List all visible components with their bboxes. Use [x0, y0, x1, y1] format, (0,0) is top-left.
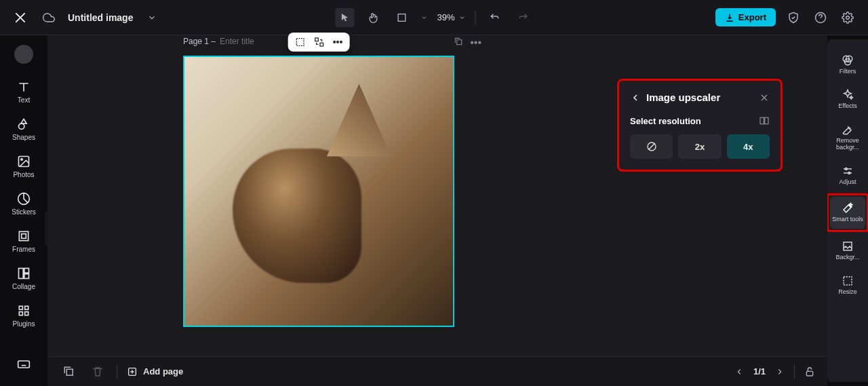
sidebar-item-smart-tools[interactable]: Smart tools [830, 197, 865, 229]
svg-rect-20 [760, 117, 764, 123]
text-icon [17, 80, 31, 94]
sidebar-item-filters[interactable]: Filters [830, 49, 865, 81]
resize-icon [842, 275, 854, 287]
svg-rect-21 [765, 117, 768, 123]
sidebar-item-background[interactable]: Backgr... [830, 235, 865, 267]
zoom-chevron-icon [459, 14, 466, 21]
panel-back-button[interactable] [630, 92, 641, 103]
page-canvas[interactable] [183, 56, 454, 327]
sidebar-item-label: Frames [12, 246, 35, 253]
frame-tool[interactable] [392, 8, 411, 27]
more-icon[interactable]: ••• [333, 37, 343, 47]
sidebar-item-label: Text [18, 96, 30, 104]
duplicate-page-icon[interactable] [454, 37, 463, 49]
undo-button[interactable] [486, 8, 505, 27]
redo-button[interactable] [514, 8, 533, 27]
document-title[interactable]: Untitled image [68, 12, 133, 23]
none-icon [646, 141, 657, 152]
stickers-icon [17, 192, 31, 206]
panel-close-button[interactable] [759, 92, 770, 103]
sidebar-item-resize[interactable]: Resize [830, 269, 865, 301]
sidebar-item-shapes[interactable]: Shapes [3, 113, 44, 145]
page-number-text: Page 1 – [183, 37, 216, 46]
resolution-2x[interactable]: 2x [678, 134, 721, 159]
add-page-button[interactable]: Add page [127, 366, 183, 377]
svg-rect-13 [19, 312, 22, 315]
svg-rect-0 [398, 14, 406, 21]
crop-icon[interactable] [295, 37, 306, 47]
sidebar-item-label: Photos [13, 171, 34, 178]
avatar[interactable] [14, 45, 33, 64]
divider [475, 11, 476, 24]
svg-rect-12 [25, 306, 28, 309]
svg-rect-25 [806, 371, 812, 376]
sidebar-item-keyboard[interactable] [3, 353, 44, 375]
right-sidebar: Filters Effects Remove backgr... Adjust … [827, 39, 868, 382]
plugins-icon [17, 304, 31, 317]
compare-icon[interactable] [759, 115, 770, 126]
app-logo[interactable] [11, 8, 30, 27]
settings-icon[interactable] [838, 8, 857, 27]
canvas-image[interactable] [184, 57, 453, 326]
divider [117, 365, 117, 379]
svg-rect-34 [844, 277, 852, 285]
svg-rect-16 [296, 39, 304, 46]
sidebar-item-label: Adjust [839, 179, 856, 186]
sidebar-item-text[interactable]: Text [3, 76, 44, 108]
svg-rect-10 [24, 274, 29, 279]
svg-rect-6 [19, 231, 28, 240]
trash-icon[interactable] [88, 362, 107, 381]
top-bar: Untitled image 39% Export [0, 0, 868, 35]
sidebar-item-stickers[interactable]: Stickers [3, 188, 44, 220]
sidebar-item-plugins[interactable]: Plugins [3, 300, 44, 332]
shapes-icon [17, 117, 31, 131]
zoom-value: 39% [437, 12, 454, 22]
erase-icon [842, 123, 854, 136]
sidebar-item-adjust[interactable]: Adjust [830, 159, 865, 191]
page-more-icon[interactable]: ••• [470, 37, 481, 49]
page-wrap: Page 1 – ••• ••• [183, 56, 454, 327]
prev-page-button[interactable] [734, 367, 744, 377]
sidebar-item-label: Effects [838, 103, 856, 110]
resolution-4x[interactable]: 4x [727, 134, 770, 159]
bottom-bar: Add page 1/1 [47, 356, 827, 386]
export-icon [725, 13, 734, 22]
svg-rect-19 [457, 40, 462, 45]
svg-rect-33 [844, 242, 852, 250]
lock-icon[interactable] [804, 366, 815, 377]
next-page-button[interactable] [775, 367, 785, 377]
layers-icon[interactable] [60, 362, 79, 381]
sidebar-item-photos[interactable]: Photos [3, 151, 44, 182]
panel-section-label: Select resolution [630, 115, 770, 126]
shield-icon[interactable] [784, 8, 803, 27]
frame-chevron-icon[interactable] [420, 14, 427, 21]
canvas-area: Page 1 – ••• ••• [47, 35, 827, 386]
cursor-tool[interactable] [335, 8, 354, 27]
zoom-level[interactable]: 39% [437, 12, 465, 22]
svg-rect-11 [19, 306, 22, 309]
export-button[interactable]: Export [715, 8, 776, 26]
page-title-input[interactable] [220, 37, 267, 46]
replace-icon[interactable] [314, 37, 325, 47]
hand-tool[interactable] [363, 8, 382, 27]
left-sidebar: Text Shapes Photos Stickers Frames Colla… [0, 35, 47, 386]
photos-icon [17, 155, 31, 168]
svg-rect-17 [315, 38, 319, 41]
sidebar-item-label: Collage [12, 283, 35, 290]
sidebar-item-frames[interactable]: Frames [3, 225, 44, 257]
filters-icon [842, 54, 854, 66]
resolution-none[interactable] [630, 134, 673, 159]
svg-rect-8 [19, 269, 24, 279]
sidebar-item-label: Backgr... [835, 254, 859, 261]
svg-rect-23 [66, 369, 73, 375]
page-label: Page 1 – [183, 37, 267, 46]
adjust-icon [842, 165, 854, 177]
cloud-icon[interactable] [39, 8, 58, 27]
svg-point-5 [21, 159, 22, 161]
sidebar-item-label: Remove backgr... [830, 138, 865, 151]
sidebar-item-collage[interactable]: Collage [3, 263, 44, 294]
help-icon[interactable] [811, 8, 830, 27]
sidebar-item-remove-bg[interactable]: Remove backgr... [830, 118, 865, 157]
title-chevron-icon[interactable] [142, 8, 161, 27]
sidebar-item-effects[interactable]: Effects [830, 83, 865, 115]
